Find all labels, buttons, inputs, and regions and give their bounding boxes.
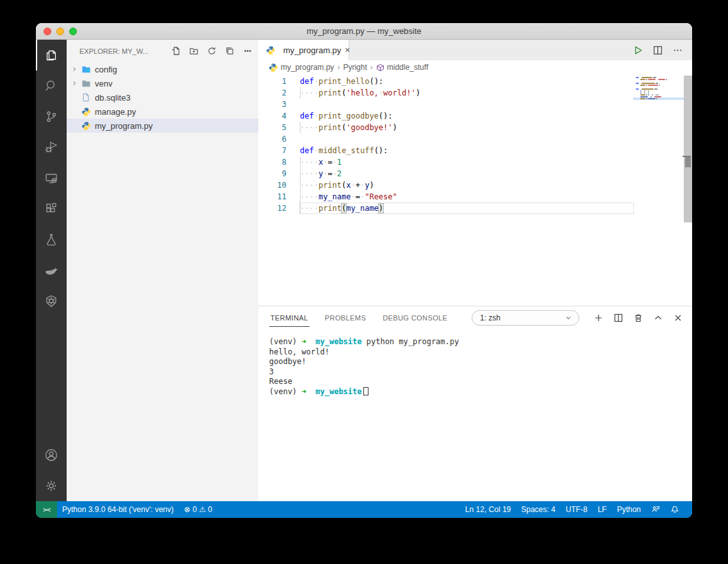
code-lines: 1def·print_hello():2····print('hello,·wo…: [258, 76, 692, 214]
search-icon[interactable]: [36, 70, 67, 101]
breadcrumb-item-middle-stuff[interactable]: middle_stuff: [376, 63, 428, 72]
kubernetes-icon[interactable]: [36, 286, 67, 317]
line-number: 2: [258, 87, 286, 99]
bell-icon[interactable]: [665, 501, 684, 518]
symbol-cube-icon: [376, 63, 385, 72]
status-problems[interactable]: ⊗ 0 ⚠ 0: [179, 501, 217, 518]
explorer-title: EXPLORER: MY_W...: [79, 47, 170, 55]
feedback-icon[interactable]: [646, 501, 665, 518]
status-left: Python 3.9.0 64-bit ('venv': venv)⊗ 0 ⚠ …: [57, 501, 460, 518]
tree-item-venv[interactable]: venv: [67, 76, 258, 90]
breadcrumb: my_program.py›Pyright›middle_stuff: [258, 60, 692, 74]
more-actions-icon[interactable]: [242, 46, 253, 57]
line-number: 3: [258, 99, 286, 110]
code-editor[interactable]: 1def·print_hello():2····print('hello,·wo…: [258, 74, 692, 306]
chevron-right-icon: [69, 78, 79, 88]
editor-scrollbar[interactable]: [684, 76, 692, 222]
breadcrumb-item-my-program-py[interactable]: my_program.py: [269, 63, 334, 72]
code-line-12[interactable]: 12····print(my_name): [258, 203, 692, 214]
code-line-5[interactable]: 5····print('goodbye!'): [258, 122, 692, 133]
test-explorer-icon[interactable]: [36, 224, 67, 255]
extensions-icon[interactable]: [36, 194, 67, 224]
tab-label: my_program.py: [283, 46, 341, 55]
run-and-debug-icon[interactable]: [36, 132, 67, 163]
tab-my-program[interactable]: my_program.py ×: [258, 40, 349, 60]
code-line-6[interactable]: 6: [258, 133, 692, 145]
line-number: 10: [258, 179, 286, 191]
breadcrumb-label: Pyright: [343, 63, 367, 72]
line-content: ····x·=·1: [286, 156, 342, 168]
tree-item-my-program-py[interactable]: my_program.py: [67, 119, 258, 133]
tree-item-config[interactable]: config: [67, 62, 258, 76]
explorer-icon[interactable]: [36, 40, 67, 70]
terminal-select-value: 1: zsh: [480, 313, 565, 322]
panel-tab-debug-console[interactable]: DEBUG CONSOLE: [381, 308, 449, 327]
chevron-right-icon: [69, 92, 79, 103]
docker-icon[interactable]: [36, 255, 67, 286]
code-line-11[interactable]: 11····my_name·=·"Reese": [258, 191, 692, 203]
new-file-icon[interactable]: [170, 46, 181, 57]
python-icon: [269, 63, 278, 72]
title-bar[interactable]: my_program.py — my_website: [36, 23, 692, 40]
code-line-3[interactable]: 3: [258, 99, 692, 110]
terminal-select[interactable]: 1: zsh: [472, 310, 579, 326]
code-line-4[interactable]: 4def·print_goodbye():: [258, 110, 692, 122]
remote-indicator[interactable]: ><: [36, 501, 57, 518]
terminal-output[interactable]: (venv) ➜ my_website python my_program.py…: [258, 329, 692, 501]
tree-item-db-sqlite3[interactable]: db.sqlite3: [67, 90, 258, 104]
zoom-window-button[interactable]: [69, 28, 77, 35]
tab-bar: my_program.py ×: [258, 40, 692, 60]
status-eol[interactable]: LF: [593, 501, 612, 518]
status-right: Ln 12, Col 19Spaces: 4UTF-8LFPython: [460, 501, 692, 518]
chevron-right-icon: [69, 120, 79, 131]
status-encoding[interactable]: UTF-8: [561, 501, 593, 518]
code-line-9[interactable]: 9····y·=·2: [258, 168, 692, 179]
line-content: ····print(my_name): [286, 203, 383, 214]
chevron-down-icon: [565, 314, 572, 322]
code-line-1[interactable]: 1def·print_hello():: [258, 76, 692, 87]
split-terminal-icon[interactable]: [613, 313, 624, 323]
account-icon[interactable]: [36, 440, 67, 470]
code-line-2[interactable]: 2····print('hello,·world!'): [258, 87, 692, 99]
status-python-interpreter[interactable]: Python 3.9.0 64-bit ('venv': venv): [57, 501, 179, 518]
vscode-window: my_program.py — my_website: [36, 23, 692, 518]
status-cursor-position[interactable]: Ln 12, Col 19: [460, 501, 516, 518]
editor-scrollbar-thumb[interactable]: [685, 157, 691, 167]
maximize-panel-icon[interactable]: [653, 313, 663, 323]
terminal-cursor: [363, 387, 368, 395]
line-number: 7: [258, 145, 286, 156]
refresh-icon[interactable]: [206, 46, 217, 57]
terminal-line: (venv) ➜ my_website python my_program.py: [269, 337, 692, 347]
code-line-8[interactable]: 8····x·=·1: [258, 156, 692, 168]
bottom-panel: TERMINALPROBLEMSDEBUG CONSOLE 1: zsh: [258, 306, 692, 501]
kill-terminal-icon[interactable]: [633, 313, 643, 323]
status-language-mode[interactable]: Python: [612, 501, 646, 518]
tree-item-manage-py[interactable]: manage.py: [67, 104, 258, 119]
line-number: 11: [258, 191, 286, 203]
code-line-10[interactable]: 10····print(x·+·y): [258, 179, 692, 191]
close-window-button[interactable]: [44, 28, 51, 35]
settings-gear-icon[interactable]: [36, 470, 67, 501]
new-folder-icon[interactable]: [188, 46, 199, 57]
collapse-folders-icon[interactable]: [224, 46, 235, 57]
run-python-file-icon[interactable]: [633, 45, 643, 56]
close-panel-icon[interactable]: [673, 313, 683, 323]
remote-explorer-icon[interactable]: [36, 163, 67, 194]
status-indentation[interactable]: Spaces: 4: [516, 501, 560, 518]
panel-tab-terminal[interactable]: TERMINAL: [269, 308, 310, 327]
tree-item-label: venv: [95, 79, 112, 88]
code-line-7[interactable]: 7def·middle_stuff():: [258, 145, 692, 156]
breadcrumb-separator: ›: [337, 63, 340, 72]
more-editor-actions-icon[interactable]: [672, 45, 683, 56]
minimap[interactable]: [636, 77, 682, 100]
breadcrumb-item-pyright[interactable]: Pyright: [343, 63, 367, 72]
line-content: def·middle_stuff():: [286, 145, 388, 156]
split-editor-icon[interactable]: [652, 45, 663, 56]
source-control-icon[interactable]: [36, 101, 67, 132]
traffic-lights: [44, 28, 77, 35]
python-icon: [81, 106, 91, 117]
minimize-window-button[interactable]: [56, 28, 64, 35]
folder-icon: [81, 78, 91, 88]
panel-tab-problems[interactable]: PROBLEMS: [324, 308, 367, 327]
new-terminal-icon[interactable]: [593, 313, 604, 323]
